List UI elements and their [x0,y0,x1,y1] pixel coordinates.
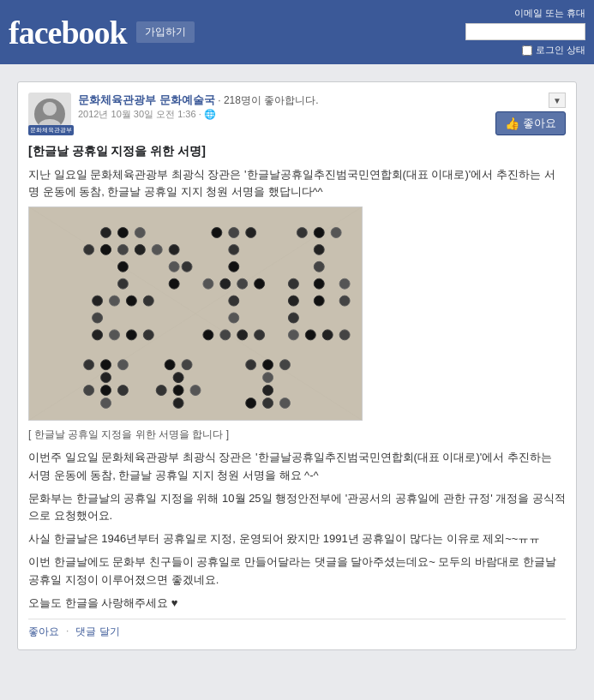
svg-point-28 [143,330,153,340]
join-button[interactable]: 가입하기 [135,21,195,44]
post-timestamp: 2012년 10월 30일 오전 1:36 · 🌐 [78,108,566,121]
dropdown-button[interactable]: ▼ [549,93,566,108]
svg-point-40 [203,330,213,340]
svg-point-48 [314,261,324,272]
svg-point-26 [110,330,120,340]
svg-point-75 [246,360,256,370]
svg-point-10 [101,244,111,254]
login-label: 이메일 또는 휴대 [514,7,585,20]
svg-point-74 [173,398,183,408]
post-card: 문화체육관광부 문화체육관광부 문화예술국 · 218명이 좋아합니다. 201… [17,81,577,650]
svg-point-25 [93,330,103,340]
footer-like-button[interactable]: 좋아요 [28,625,59,639]
svg-point-47 [314,244,324,254]
svg-point-39 [229,313,239,323]
svg-point-13 [152,244,162,254]
svg-point-27 [126,330,136,340]
svg-point-16 [93,296,103,306]
svg-point-43 [255,330,265,340]
remember-me-row: 로그인 상태 [522,44,585,57]
svg-point-44 [297,228,307,238]
header-login-area: 이메일 또는 휴대 로그인 상태 [465,7,585,57]
post-detail-1: 이번주 일요일 문화체육관광부 최광식 장관은 '한글날공휴일추진범국민연합회(… [28,449,566,485]
svg-point-79 [263,386,273,396]
svg-point-57 [305,330,315,340]
page-header: facebook 가입하기 이메일 또는 휴대 로그인 상태 [0,0,594,64]
svg-point-67 [101,398,111,408]
svg-point-34 [203,278,213,289]
svg-point-9 [84,244,94,254]
post-image [28,206,363,421]
svg-point-68 [165,360,175,370]
remember-label: 로그인 상태 [536,44,585,57]
svg-point-77 [279,360,290,370]
svg-point-63 [101,373,111,383]
svg-point-8 [135,228,145,238]
post-caption: [ 한글날 공휴일 지정을 위한 서명을 합니다 ] [28,428,566,442]
svg-point-21 [169,261,179,272]
svg-point-59 [339,330,350,340]
svg-point-51 [339,278,350,289]
facebook-logo: facebook [9,14,127,51]
svg-point-23 [182,261,192,272]
svg-point-56 [288,330,298,340]
post-detail-2: 문화부는 한글날의 공휴일 지정을 위해 10월 25일 행정안전부에 '관공서… [28,490,566,526]
svg-point-19 [143,296,153,306]
post-footer: 좋아요 · 댓글 달기 [28,619,566,639]
post-title: [한글날 공휴일 지정을 위한 서명] [28,144,566,159]
svg-point-12 [135,244,145,254]
globe-icon: 🌐 [204,109,216,119]
footer-comment-button[interactable]: 댓글 달기 [75,625,119,639]
svg-point-11 [117,244,128,254]
like-button[interactable]: 👍 좋아요 [495,111,566,135]
svg-point-55 [288,313,298,323]
svg-point-61 [101,360,111,370]
avatar: 문화체육관광부 [28,93,71,135]
footer-separator: · [66,625,69,639]
svg-point-80 [246,398,256,408]
svg-point-65 [101,386,111,396]
svg-point-64 [84,386,94,396]
svg-point-7 [117,228,128,238]
svg-point-18 [126,296,136,306]
svg-point-22 [169,278,179,289]
svg-point-37 [255,278,265,289]
email-input[interactable] [465,23,585,40]
svg-point-29 [212,228,222,238]
svg-point-78 [263,373,273,383]
svg-point-69 [182,360,192,370]
post-intro-text: 지난 일요일 문화체육관광부 최광식 장관은 '한글날공휴일추진범국민연합회(대… [28,166,566,200]
svg-point-50 [288,278,298,289]
svg-point-62 [117,360,128,370]
svg-point-36 [237,278,248,289]
svg-point-45 [314,228,324,238]
svg-point-24 [93,313,103,323]
svg-point-72 [173,386,183,396]
svg-point-42 [237,330,248,340]
svg-point-81 [263,398,273,408]
main-content: 문화체육관광부 문화체육관광부 문화예술국 · 218명이 좋아합니다. 201… [0,64,594,667]
remember-checkbox[interactable] [522,45,532,56]
post-image-svg [29,206,362,421]
svg-point-20 [169,244,179,254]
svg-point-46 [331,228,341,238]
post-header: 문화체육관광부 문화체육관광부 문화예술국 · 218명이 좋아합니다. 201… [28,93,566,135]
svg-point-41 [220,330,231,340]
svg-point-30 [229,228,239,238]
page-name[interactable]: 문화체육관광부 문화예술국 [78,93,215,106]
post-meta: 문화체육관광부 문화예술국 · 218명이 좋아합니다. 2012년 10월 3… [78,93,566,121]
thumbs-up-icon: 👍 [505,117,519,130]
svg-point-53 [314,296,324,306]
svg-point-14 [117,261,128,272]
svg-point-52 [288,296,298,306]
svg-point-54 [339,296,350,306]
svg-point-82 [279,398,290,408]
svg-point-17 [110,296,120,306]
post-detail-3: 사실 한글날은 1946년부터 공휴일로 지정, 운영되어 왔지만 1991년 … [28,530,566,548]
avatar-badge: 문화체육관광부 [28,125,74,135]
svg-point-15 [117,278,128,289]
post-detail-5: 오늘도 한글을 사랑해주세요 ♥ [28,595,566,613]
svg-point-58 [322,330,333,340]
svg-point-33 [229,261,239,272]
svg-point-32 [229,244,239,254]
